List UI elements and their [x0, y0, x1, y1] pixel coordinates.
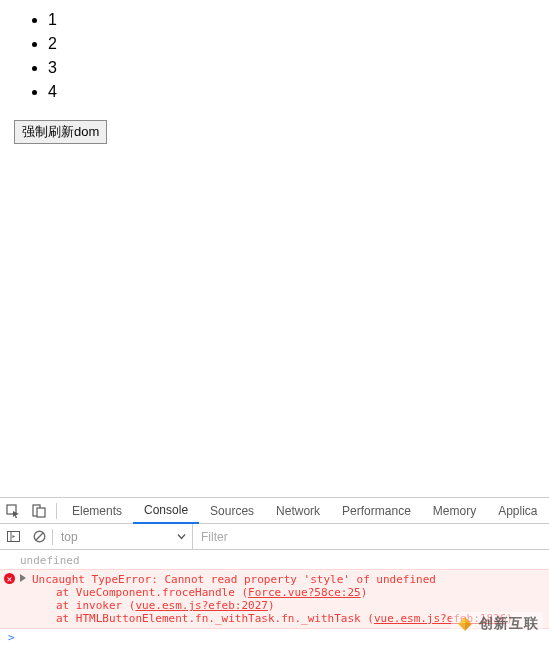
list-item: 1	[48, 8, 541, 32]
tab-application[interactable]: Applica	[487, 498, 548, 524]
filter-input[interactable]	[193, 525, 549, 549]
list-item: 2	[48, 32, 541, 56]
clear-console-icon[interactable]	[26, 524, 52, 550]
error-message: Uncaught TypeError: Cannot read property…	[20, 573, 545, 586]
context-selector[interactable]: top	[53, 524, 193, 550]
tab-console[interactable]: Console	[133, 498, 199, 524]
tab-network[interactable]: Network	[265, 498, 331, 524]
list: 1 2 3 4	[8, 8, 541, 104]
list-item: 4	[48, 80, 541, 104]
tab-memory[interactable]: Memory	[422, 498, 487, 524]
expand-triangle-icon[interactable]	[20, 574, 26, 582]
console-toolbar: top	[0, 524, 549, 550]
force-refresh-button[interactable]: 强制刷新dom	[14, 120, 107, 144]
device-toggle-icon[interactable]	[26, 498, 52, 524]
inspect-element-icon[interactable]	[0, 498, 26, 524]
tab-performance[interactable]: Performance	[331, 498, 422, 524]
tab-elements[interactable]: Elements	[61, 498, 133, 524]
console-log-row: undefined	[0, 552, 549, 569]
stack-frame: at VueComponent.froceHandle (Force.vue?5…	[20, 586, 545, 599]
stack-frame: at invoker (vue.esm.js?efeb:2027)	[20, 599, 545, 612]
svg-rect-2	[37, 508, 45, 517]
error-icon: ✕	[4, 573, 15, 584]
chevron-down-icon	[177, 532, 186, 541]
divider	[56, 503, 57, 519]
page-content: 1 2 3 4 强制刷新dom	[0, 0, 549, 152]
context-value: top	[61, 530, 78, 544]
svg-line-6	[35, 533, 42, 540]
source-link[interactable]: Force.vue?58ce:25	[248, 586, 361, 599]
watermark: 创新互联	[451, 612, 543, 636]
console-sidebar-toggle-icon[interactable]	[0, 524, 26, 550]
watermark-text: 创新互联	[479, 615, 539, 633]
tab-sources[interactable]: Sources	[199, 498, 265, 524]
source-link[interactable]: vue.esm.js?efeb:2027	[135, 599, 267, 612]
list-item: 3	[48, 56, 541, 80]
watermark-logo-icon	[455, 614, 475, 634]
devtools-tabbar: Elements Console Sources Network Perform…	[0, 498, 549, 524]
